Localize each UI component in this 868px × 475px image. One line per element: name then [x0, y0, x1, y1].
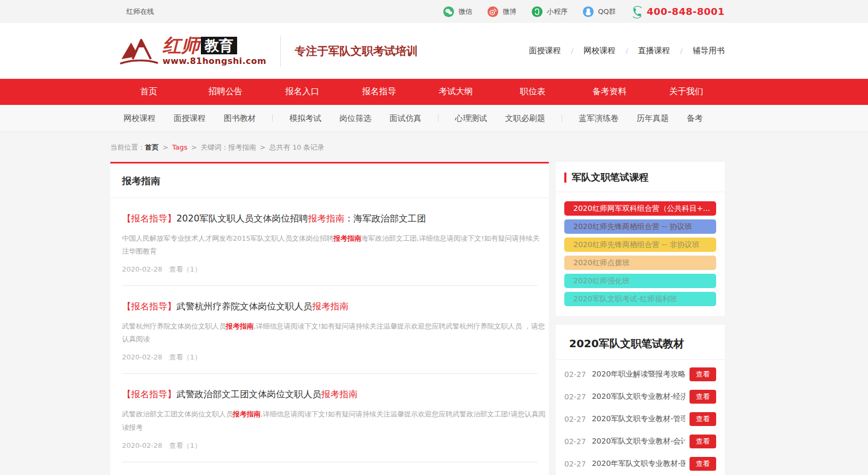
courses-card-header: 军队文职笔试课程 [556, 162, 725, 192]
sidebar: 军队文职笔试课程 2020红师网军双科组合营（公共科目+... 2020红师先锋… [556, 162, 725, 475]
article-views: 查看（1） [169, 441, 201, 449]
courses-card: 军队文职笔试课程 2020红师网军双科组合营（公共科目+... 2020红师先锋… [556, 162, 725, 316]
article-meta: 2020-02-28查看（1） [122, 265, 537, 274]
course-button[interactable]: 2020红师点拨班 [564, 256, 716, 270]
article-views: 查看（1） [169, 353, 201, 361]
breadcrumb-total: 总共有 10 条记录 [270, 143, 325, 151]
red-accent-bar [564, 173, 566, 183]
article-summary: 武警政治部文工团文体岗位文职人员报考指南,详细信息请阅读下文!如有疑问请持续关注… [122, 408, 546, 433]
book-row: 02-27 2020军队文职专业教材-经济学 查看 [564, 386, 716, 408]
breadcrumb-sep: > [260, 143, 266, 151]
breadcrumb-sep: > [191, 143, 197, 151]
article-title-link[interactable]: 【报名指导】武警杭州疗养院文体岗位文职人员报考指南 [122, 301, 348, 312]
main-nav-home[interactable]: 首页 [110, 79, 187, 105]
article-meta: 2020-02-28查看（1） [122, 441, 537, 451]
view-button[interactable]: 查看 [689, 435, 716, 448]
book-title-link[interactable]: 2020军队文职专业教材-会计学 [592, 437, 685, 446]
subnav-gangwei[interactable]: 岗位筛选 [339, 113, 371, 124]
breadcrumb-tags[interactable]: Tags [172, 143, 188, 151]
article-views: 查看（1） [169, 265, 201, 273]
breadcrumb-prefix: 当前位置： [110, 143, 145, 151]
subnav-lanjun[interactable]: 蓝军演练卷 [579, 113, 619, 124]
breadcrumb-sep: > [163, 143, 168, 151]
article-summary: 武警杭州疗养院文体岗位文职人员报考指南,详细信息请阅读下文!如有疑问请持续关注温… [122, 320, 546, 346]
book-title-link[interactable]: 2020年职业解读暨报考攻略 [592, 370, 685, 379]
topbar-site-name: 红师在线 [110, 7, 154, 17]
article-summary: 中国人民解放军专业技术人才网发布2015军队文职人员文体岗位招聘报考指南海军政治… [122, 232, 546, 258]
header-divider [280, 36, 281, 67]
header-nav-mianshou[interactable]: 面授课程 [529, 46, 561, 56]
nav-separator: / [626, 47, 628, 55]
subnav-moni[interactable]: 模拟考试 [289, 113, 321, 124]
subnav-divider [272, 114, 273, 122]
books-card: 2020军队文职笔试教材 02-27 2020年职业解读暨报考攻略 查看 02-… [556, 325, 725, 475]
subnav-mianshi[interactable]: 面试仿真 [390, 113, 421, 124]
weibo-icon [487, 6, 499, 18]
subnav-beikao[interactable]: 备考 [687, 113, 703, 124]
subnav-xinli[interactable]: 心理测试 [455, 113, 487, 124]
article-date: 2020-02-28 [122, 353, 163, 361]
subnav-divider [562, 114, 562, 122]
view-button[interactable]: 查看 [689, 457, 716, 471]
wechat-link[interactable]: 微信 [443, 6, 472, 18]
page-title: 报考指南 [110, 163, 549, 198]
books-card-title: 2020军队文职笔试教材 [556, 325, 725, 360]
course-button[interactable]: 2020红师网军双科组合营（公共科目+... [564, 201, 716, 216]
wechat-icon [443, 6, 455, 18]
subnav-wangxiao[interactable]: 网校课程 [124, 113, 156, 124]
subnav-mianshou[interactable]: 面授课程 [174, 113, 206, 124]
brand-name-red: 红师 [163, 36, 200, 54]
main-nav-baoming-rukou[interactable]: 报名入口 [264, 79, 340, 105]
miniprogram-icon [531, 6, 543, 18]
main-nav-about[interactable]: 关于我们 [648, 79, 725, 105]
course-button[interactable]: 2020红师强化班 [564, 274, 716, 288]
breadcrumb-home[interactable]: 首页 [145, 143, 159, 151]
hotline: 400-848-8001 [631, 6, 725, 18]
main-nav-dagang[interactable]: 考试大纲 [418, 79, 494, 105]
site-tagline: 专注于军队文职考试培训 [295, 44, 418, 59]
miniprogram-label: 小程序 [547, 7, 567, 17]
course-list: 2020红师网军双科组合营（公共科目+... 2020红师先锋两栖组合营 -- … [556, 192, 725, 316]
subnav-tushu[interactable]: 图书教材 [224, 113, 256, 124]
course-button[interactable]: 2020红师先锋两栖组合营 -- 协议班 [564, 219, 716, 234]
miniprogram-link[interactable]: 小程序 [531, 6, 567, 18]
qq-link[interactable]: QQ群 [582, 6, 615, 18]
view-button[interactable]: 查看 [689, 390, 716, 404]
main-nav-beikao[interactable]: 备考资料 [571, 79, 648, 105]
article-item: 【报名指导】武警杭州疗养院文体岗位文职人员报考指南 武警杭州疗养院文体岗位文职人… [122, 286, 537, 374]
book-date: 02-27 [564, 460, 586, 468]
course-button[interactable]: 2020军队文职考试-红师福利班 [564, 292, 716, 306]
view-button[interactable]: 查看 [689, 412, 716, 426]
article-date: 2020-02-28 [122, 265, 163, 273]
header-nav-wangxiao[interactable]: 网校课程 [583, 46, 615, 56]
article-title-link[interactable]: 【报名指导】武警政治部文工团文体岗位文职人员报考指南 [122, 389, 358, 399]
book-title-link[interactable]: 2020军队文职专业教材-经济学 [592, 392, 685, 402]
article-list-card: 报考指南 【报名指导】2020军队文职人员文体岗位招聘报考指南：海军政治部文工团… [110, 162, 549, 475]
subnav-shuati[interactable]: 文职必刷题 [505, 113, 545, 124]
main-nav-zhaopin[interactable]: 招聘公告 [187, 79, 264, 105]
article-title-link[interactable]: 【报名指导】2020军队文职人员文体岗位招聘报考指南：海军政治部文工团 [122, 213, 426, 224]
weibo-label: 微博 [502, 7, 516, 17]
main-nav-baoming-zhidao[interactable]: 报名指导 [340, 79, 417, 105]
book-date: 02-27 [564, 437, 586, 446]
breadcrumb: 当前位置：首页>Tags>关键词：报考指南>总共有 10 条记录 [110, 132, 725, 162]
qq-label: QQ群 [598, 7, 615, 17]
main-nav-zhiweibiao[interactable]: 职位表 [494, 79, 571, 105]
book-title-link[interactable]: 2020军队文职专业教材-管理学 [592, 414, 685, 424]
phone-number[interactable]: 400-848-8001 [647, 6, 725, 17]
header-nav-zhibo[interactable]: 直播课程 [638, 46, 670, 56]
wechat-label: 微信 [458, 7, 472, 17]
subnav-zhenti[interactable]: 历年真题 [637, 113, 669, 124]
weibo-link[interactable]: 微博 [487, 6, 516, 18]
book-row: 02-27 2020军队文职专业教材-会计学 查看 [564, 430, 716, 453]
phone-icon [631, 6, 643, 18]
header-nav-fudao[interactable]: 辅导用书 [693, 46, 725, 56]
view-button[interactable]: 查看 [689, 367, 716, 381]
nav-separator: / [680, 47, 683, 55]
site-logo[interactable]: 红师 教育 www.81hongshi.com [120, 36, 266, 67]
book-title-link[interactable]: 2020年军队文职专业教材-医... [592, 459, 685, 469]
course-button[interactable]: 2020红师先锋两栖组合营 -- 非协议班 [564, 238, 716, 252]
book-date: 02-27 [564, 370, 586, 379]
subnav-divider [438, 114, 439, 122]
qq-icon [582, 6, 594, 18]
